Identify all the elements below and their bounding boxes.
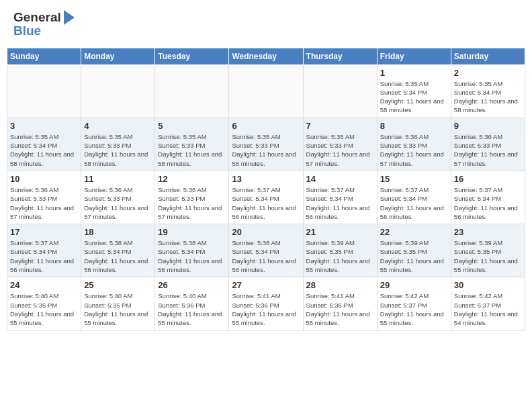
col-header-wednesday: Wednesday: [229, 48, 303, 64]
col-header-thursday: Thursday: [303, 48, 377, 64]
calendar-cell: 29Sunrise: 5:42 AMSunset: 5:37 PMDayligh…: [377, 277, 451, 330]
day-number: 27: [232, 280, 300, 290]
calendar-cell: 9Sunrise: 5:36 AMSunset: 5:33 PMDaylight…: [451, 118, 525, 171]
day-number: 14: [306, 174, 374, 184]
day-info: Sunrise: 5:39 AMSunset: 5:35 PMDaylight:…: [306, 238, 374, 274]
calendar-cell: 1Sunrise: 5:35 AMSunset: 5:34 PMDaylight…: [377, 64, 451, 118]
day-info: Sunrise: 5:40 AMSunset: 5:35 PMDaylight:…: [10, 291, 78, 327]
calendar-week-1: 1Sunrise: 5:35 AMSunset: 5:34 PMDaylight…: [7, 64, 525, 118]
day-info: Sunrise: 5:36 AMSunset: 5:33 PMDaylight:…: [380, 132, 448, 168]
calendar-cell: 12Sunrise: 5:36 AMSunset: 5:33 PMDayligh…: [155, 171, 229, 224]
calendar-cell: 8Sunrise: 5:36 AMSunset: 5:33 PMDaylight…: [377, 118, 451, 171]
calendar-cell: 28Sunrise: 5:41 AMSunset: 5:36 PMDayligh…: [303, 277, 377, 330]
calendar-cell: 23Sunrise: 5:39 AMSunset: 5:35 PMDayligh…: [451, 224, 525, 277]
day-info: Sunrise: 5:35 AMSunset: 5:34 PMDaylight:…: [10, 132, 78, 168]
day-number: 25: [84, 280, 152, 290]
calendar-week-5: 24Sunrise: 5:40 AMSunset: 5:35 PMDayligh…: [7, 277, 525, 330]
day-number: 24: [10, 280, 78, 290]
day-number: 13: [232, 174, 300, 184]
day-info: Sunrise: 5:39 AMSunset: 5:35 PMDaylight:…: [380, 238, 448, 274]
day-info: Sunrise: 5:35 AMSunset: 5:34 PMDaylight:…: [380, 79, 448, 115]
calendar-cell: 16Sunrise: 5:37 AMSunset: 5:34 PMDayligh…: [451, 171, 525, 224]
day-number: 20: [232, 227, 300, 237]
day-number: 30: [454, 280, 522, 290]
calendar-cell: 2Sunrise: 5:35 AMSunset: 5:34 PMDaylight…: [451, 64, 525, 118]
calendar-cell: 27Sunrise: 5:41 AMSunset: 5:36 PMDayligh…: [229, 277, 303, 330]
calendar-cell: 30Sunrise: 5:42 AMSunset: 5:37 PMDayligh…: [451, 277, 525, 330]
calendar-cell: 17Sunrise: 5:37 AMSunset: 5:34 PMDayligh…: [7, 224, 81, 277]
calendar-cell: [7, 64, 81, 118]
day-info: Sunrise: 5:37 AMSunset: 5:34 PMDaylight:…: [232, 185, 300, 221]
day-info: Sunrise: 5:38 AMSunset: 5:34 PMDaylight:…: [232, 238, 300, 274]
day-info: Sunrise: 5:35 AMSunset: 5:33 PMDaylight:…: [232, 132, 300, 168]
calendar-week-3: 10Sunrise: 5:36 AMSunset: 5:33 PMDayligh…: [7, 171, 525, 224]
day-info: Sunrise: 5:36 AMSunset: 5:33 PMDaylight:…: [84, 185, 152, 221]
day-info: Sunrise: 5:35 AMSunset: 5:34 PMDaylight:…: [454, 79, 522, 115]
day-info: Sunrise: 5:37 AMSunset: 5:34 PMDaylight:…: [380, 185, 448, 221]
day-number: 5: [158, 121, 226, 131]
calendar-cell: 18Sunrise: 5:38 AMSunset: 5:34 PMDayligh…: [81, 224, 155, 277]
calendar-cell: 24Sunrise: 5:40 AMSunset: 5:35 PMDayligh…: [7, 277, 81, 330]
col-header-tuesday: Tuesday: [155, 48, 229, 64]
calendar-cell: [303, 64, 377, 118]
day-number: 12: [158, 174, 226, 184]
day-info: Sunrise: 5:41 AMSunset: 5:36 PMDaylight:…: [232, 291, 300, 327]
day-info: Sunrise: 5:37 AMSunset: 5:34 PMDaylight:…: [306, 185, 374, 221]
calendar-cell: 7Sunrise: 5:35 AMSunset: 5:33 PMDaylight…: [303, 118, 377, 171]
day-number: 10: [10, 174, 78, 184]
day-number: 6: [232, 121, 300, 131]
calendar-cell: 4Sunrise: 5:35 AMSunset: 5:33 PMDaylight…: [81, 118, 155, 171]
day-number: 17: [10, 227, 78, 237]
day-number: 11: [84, 174, 152, 184]
day-number: 28: [306, 280, 374, 290]
calendar-cell: 21Sunrise: 5:39 AMSunset: 5:35 PMDayligh…: [303, 224, 377, 277]
col-header-saturday: Saturday: [451, 48, 525, 64]
logo: General Blue: [13, 10, 75, 39]
day-number: 16: [454, 174, 522, 184]
day-number: 21: [306, 227, 374, 237]
col-header-sunday: Sunday: [7, 48, 81, 64]
calendar-week-2: 3Sunrise: 5:35 AMSunset: 5:34 PMDaylight…: [7, 118, 525, 171]
day-number: 4: [84, 121, 152, 131]
day-number: 23: [454, 227, 522, 237]
day-info: Sunrise: 5:42 AMSunset: 5:37 PMDaylight:…: [380, 291, 448, 327]
day-info: Sunrise: 5:38 AMSunset: 5:34 PMDaylight:…: [158, 238, 226, 274]
day-number: 22: [380, 227, 448, 237]
day-info: Sunrise: 5:37 AMSunset: 5:34 PMDaylight:…: [10, 238, 78, 274]
day-number: 7: [306, 121, 374, 131]
day-number: 15: [380, 174, 448, 184]
day-number: 29: [380, 280, 448, 290]
day-info: Sunrise: 5:41 AMSunset: 5:36 PMDaylight:…: [306, 291, 374, 327]
day-info: Sunrise: 5:38 AMSunset: 5:34 PMDaylight:…: [84, 238, 152, 274]
calendar-cell: 5Sunrise: 5:35 AMSunset: 5:33 PMDaylight…: [155, 118, 229, 171]
col-header-friday: Friday: [377, 48, 451, 64]
day-info: Sunrise: 5:40 AMSunset: 5:36 PMDaylight:…: [158, 291, 226, 327]
calendar-cell: 14Sunrise: 5:37 AMSunset: 5:34 PMDayligh…: [303, 171, 377, 224]
day-info: Sunrise: 5:36 AMSunset: 5:33 PMDaylight:…: [158, 185, 226, 221]
day-info: Sunrise: 5:35 AMSunset: 5:33 PMDaylight:…: [84, 132, 152, 168]
calendar-cell: [81, 64, 155, 118]
page-header: General Blue: [7, 7, 525, 42]
day-info: Sunrise: 5:40 AMSunset: 5:35 PMDaylight:…: [84, 291, 152, 327]
day-number: 3: [10, 121, 78, 131]
day-number: 9: [454, 121, 522, 131]
calendar-cell: [155, 64, 229, 118]
calendar-cell: 25Sunrise: 5:40 AMSunset: 5:35 PMDayligh…: [81, 277, 155, 330]
calendar-cell: 26Sunrise: 5:40 AMSunset: 5:36 PMDayligh…: [155, 277, 229, 330]
day-number: 8: [380, 121, 448, 131]
calendar-cell: 22Sunrise: 5:39 AMSunset: 5:35 PMDayligh…: [377, 224, 451, 277]
calendar-cell: 6Sunrise: 5:35 AMSunset: 5:33 PMDaylight…: [229, 118, 303, 171]
calendar-cell: 10Sunrise: 5:36 AMSunset: 5:33 PMDayligh…: [7, 171, 81, 224]
calendar-cell: 15Sunrise: 5:37 AMSunset: 5:34 PMDayligh…: [377, 171, 451, 224]
logo-text-blue: Blue: [13, 24, 41, 39]
calendar-table: SundayMondayTuesdayWednesdayThursdayFrid…: [7, 48, 525, 331]
calendar-cell: 20Sunrise: 5:38 AMSunset: 5:34 PMDayligh…: [229, 224, 303, 277]
col-header-monday: Monday: [81, 48, 155, 64]
day-number: 2: [454, 68, 522, 78]
logo-arrow-icon: [64, 10, 75, 25]
day-info: Sunrise: 5:35 AMSunset: 5:33 PMDaylight:…: [158, 132, 226, 168]
day-info: Sunrise: 5:35 AMSunset: 5:33 PMDaylight:…: [306, 132, 374, 168]
calendar-cell: 3Sunrise: 5:35 AMSunset: 5:34 PMDaylight…: [7, 118, 81, 171]
calendar-week-4: 17Sunrise: 5:37 AMSunset: 5:34 PMDayligh…: [7, 224, 525, 277]
day-info: Sunrise: 5:37 AMSunset: 5:34 PMDaylight:…: [454, 185, 522, 221]
